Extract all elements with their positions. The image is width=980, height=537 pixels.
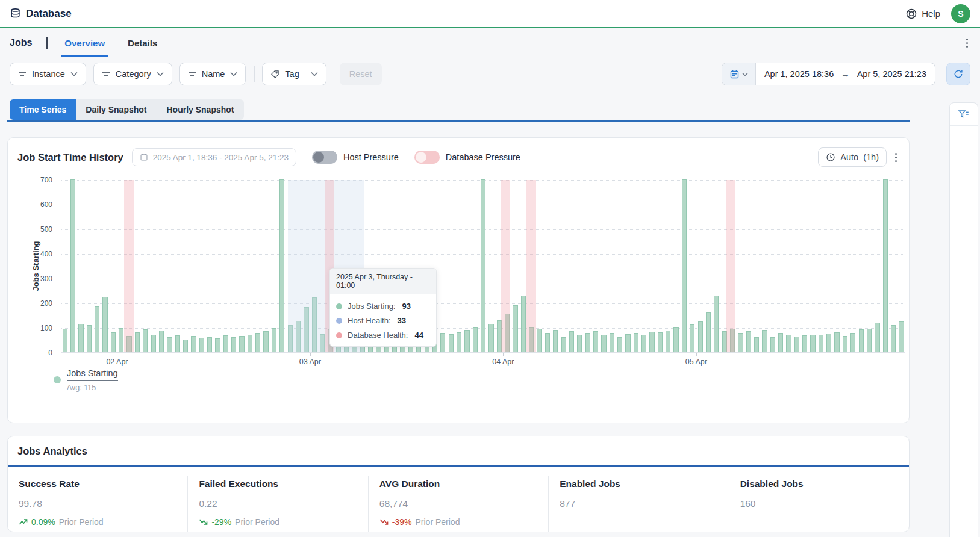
tab-hourly-snapshot[interactable]: Hourly Snapshot xyxy=(157,99,244,120)
bar[interactable] xyxy=(875,323,879,352)
bar[interactable] xyxy=(95,306,99,352)
tab-overview[interactable]: Overview xyxy=(61,29,108,57)
help-button[interactable]: Help xyxy=(905,8,940,20)
bar[interactable] xyxy=(513,305,517,352)
bar[interactable] xyxy=(634,333,638,352)
bar[interactable] xyxy=(215,338,220,352)
bar[interactable] xyxy=(78,324,83,352)
bar[interactable] xyxy=(593,331,598,352)
bar[interactable] xyxy=(279,179,284,352)
bar[interactable] xyxy=(770,337,775,352)
bar[interactable] xyxy=(159,331,164,352)
bar[interactable] xyxy=(666,331,670,352)
auto-interval-button[interactable]: Auto (1h) xyxy=(818,147,887,167)
bar[interactable] xyxy=(464,330,469,352)
bar[interactable] xyxy=(102,297,107,352)
bar[interactable] xyxy=(449,334,454,352)
bar[interactable] xyxy=(183,340,188,352)
date-range-value[interactable]: Apr 1, 2025 18:36 → Apr 5, 2025 21:23 xyxy=(756,63,935,85)
bar[interactable] xyxy=(714,296,719,352)
kebab-icon[interactable] xyxy=(964,36,970,50)
bar[interactable] xyxy=(867,329,872,352)
bar[interactable] xyxy=(641,335,646,352)
bar[interactable] xyxy=(899,321,904,352)
date-range-picker[interactable]: Apr 1, 2025 18:36 → Apr 5, 2025 21:23 xyxy=(722,63,935,85)
tag-filter-dropdown[interactable]: Tag xyxy=(262,63,326,85)
bar[interactable] xyxy=(111,332,116,352)
bar[interactable] xyxy=(698,321,703,352)
refresh-button[interactable] xyxy=(946,63,970,85)
bar[interactable] xyxy=(585,333,590,352)
bar[interactable] xyxy=(255,333,260,352)
bar[interactable] xyxy=(263,331,268,352)
name-filter-dropdown[interactable]: Name xyxy=(179,63,246,85)
bar[interactable] xyxy=(802,335,807,352)
instance-filter-dropdown[interactable]: Instance xyxy=(10,63,86,85)
bar[interactable] xyxy=(786,335,791,352)
bar[interactable] xyxy=(754,337,759,352)
bar[interactable] xyxy=(891,325,896,352)
legend-label[interactable]: Jobs Starting xyxy=(67,368,118,381)
bar[interactable] xyxy=(561,337,566,352)
bar[interactable] xyxy=(673,327,678,352)
bar[interactable] xyxy=(135,332,140,352)
bar[interactable] xyxy=(473,327,478,352)
bar[interactable] xyxy=(119,328,123,352)
bar[interactable] xyxy=(143,329,148,352)
plot-area[interactable] xyxy=(61,180,905,353)
bar[interactable] xyxy=(545,333,550,352)
bar[interactable] xyxy=(826,334,831,352)
bar[interactable] xyxy=(859,329,864,352)
chart-date-range[interactable]: 2025 Apr 1, 18:36 - 2025 Apr 5, 21:23 xyxy=(132,148,296,166)
bar[interactable] xyxy=(610,333,614,352)
bar[interactable] xyxy=(658,332,663,352)
bar[interactable] xyxy=(649,332,654,352)
bar[interactable] xyxy=(682,179,687,352)
bar[interactable] xyxy=(690,324,694,352)
bar[interactable] xyxy=(762,330,767,352)
bar[interactable] xyxy=(834,332,839,352)
bar[interactable] xyxy=(481,179,485,352)
bar[interactable] xyxy=(706,312,711,352)
bar[interactable] xyxy=(577,335,582,352)
bar[interactable] xyxy=(746,331,751,352)
bar[interactable] xyxy=(488,324,493,352)
bar[interactable] xyxy=(553,330,558,352)
bar[interactable] xyxy=(819,335,823,352)
bar[interactable] xyxy=(223,335,228,352)
bar[interactable] xyxy=(601,335,606,352)
bar[interactable] xyxy=(248,335,252,352)
bar[interactable] xyxy=(207,337,212,352)
bar[interactable] xyxy=(778,333,783,352)
avatar[interactable]: S xyxy=(951,4,970,23)
bar[interactable] xyxy=(850,333,855,352)
bar[interactable] xyxy=(87,325,92,352)
rail-filter-button[interactable] xyxy=(950,103,978,126)
bar[interactable] xyxy=(191,336,196,352)
bar[interactable] xyxy=(843,336,847,352)
tab-time-series[interactable]: Time Series xyxy=(10,99,76,120)
calendar-selector[interactable] xyxy=(722,63,756,85)
bar[interactable] xyxy=(63,329,67,352)
category-filter-dropdown[interactable]: Category xyxy=(93,63,172,85)
host-pressure-toggle[interactable] xyxy=(312,151,337,164)
reset-button[interactable]: Reset xyxy=(340,63,382,85)
bar[interactable] xyxy=(70,179,75,352)
bar[interactable] xyxy=(239,336,244,352)
bar[interactable] xyxy=(617,337,622,352)
chart-legend[interactable]: Jobs Starting Avg: 115 xyxy=(54,368,118,392)
bar[interactable] xyxy=(199,338,204,352)
bar[interactable] xyxy=(625,334,630,352)
bar[interactable] xyxy=(569,331,574,352)
bar[interactable] xyxy=(167,337,172,352)
bar[interactable] xyxy=(738,333,743,352)
bar[interactable] xyxy=(537,329,541,352)
bar[interactable] xyxy=(151,335,156,352)
bar[interactable] xyxy=(794,337,799,352)
chart-kebab-icon[interactable] xyxy=(893,151,899,164)
bar[interactable] xyxy=(457,332,461,352)
tab-details[interactable]: Details xyxy=(124,29,161,57)
bar[interactable] xyxy=(521,296,526,352)
tab-daily-snapshot[interactable]: Daily Snapshot xyxy=(76,99,156,120)
bar[interactable] xyxy=(272,328,276,352)
